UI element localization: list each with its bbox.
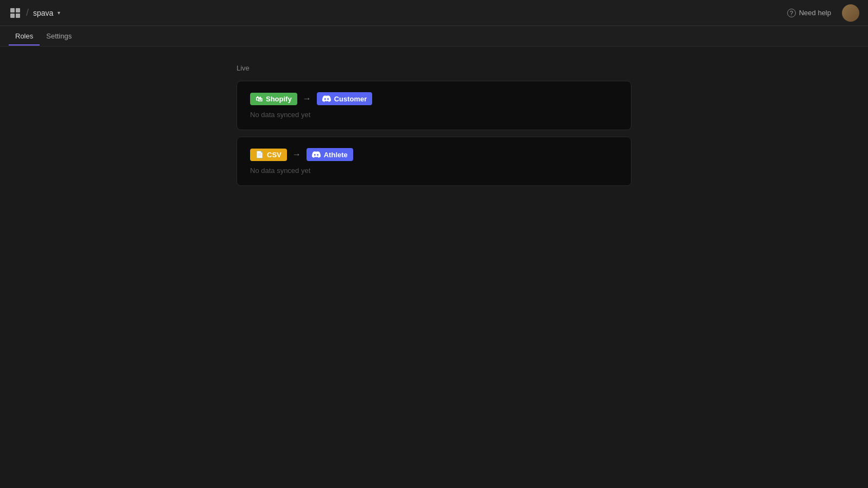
cards-container: 🛍 Shopify → Customer No data synced yet — [237, 81, 631, 186]
dest-badge-customer: Customer — [317, 92, 373, 105]
nav-left: / spava ▾ — [9, 7, 60, 20]
discord-icon-2 — [312, 150, 321, 159]
sync-row-1: 🛍 Shopify → Customer — [250, 92, 618, 105]
csv-label: CSV — [267, 151, 282, 159]
athlete-label: Athlete — [324, 151, 348, 159]
svg-rect-3 — [16, 14, 20, 18]
csv-icon: 📄 — [256, 151, 264, 158]
help-icon: ? — [787, 9, 796, 17]
arrow-icon-1: → — [303, 94, 311, 104]
sync-card-shopify-customer[interactable]: 🛍 Shopify → Customer No data synced yet — [237, 81, 631, 130]
shopify-icon: 🛍 — [256, 95, 263, 103]
svg-rect-2 — [10, 14, 15, 18]
top-nav: / spava ▾ ? Need help — [0, 0, 868, 26]
source-badge-shopify: 🛍 Shopify — [250, 93, 297, 105]
tab-roles[interactable]: Roles — [9, 28, 40, 46]
project-name[interactable]: spava — [33, 9, 53, 17]
section-label: Live — [237, 64, 250, 72]
app-logo-icon — [9, 7, 22, 20]
tabs-bar: Roles Settings — [0, 26, 868, 47]
tab-settings[interactable]: Settings — [40, 28, 78, 46]
avatar[interactable] — [842, 4, 859, 22]
need-help-button[interactable]: ? Need help — [783, 7, 835, 20]
dest-badge-athlete: Athlete — [307, 148, 353, 161]
nav-right: ? Need help — [783, 4, 859, 22]
source-badge-csv: 📄 CSV — [250, 149, 287, 161]
need-help-label: Need help — [799, 9, 831, 17]
svg-rect-0 — [10, 8, 15, 12]
svg-rect-1 — [16, 8, 20, 12]
discord-icon-1 — [322, 94, 331, 103]
no-data-text-2: No data synced yet — [250, 166, 618, 175]
nav-separator: / — [26, 7, 29, 18]
sync-card-csv-athlete[interactable]: 📄 CSV → Athlete No data synced yet — [237, 137, 631, 186]
sync-row-2: 📄 CSV → Athlete — [250, 148, 618, 161]
arrow-icon-2: → — [292, 150, 301, 159]
project-dropdown-icon[interactable]: ▾ — [58, 10, 60, 16]
customer-label: Customer — [334, 95, 367, 103]
no-data-text-1: No data synced yet — [250, 111, 618, 119]
shopify-label: Shopify — [266, 95, 292, 103]
main-content: Live 🛍 Shopify → Customer N — [0, 47, 868, 203]
